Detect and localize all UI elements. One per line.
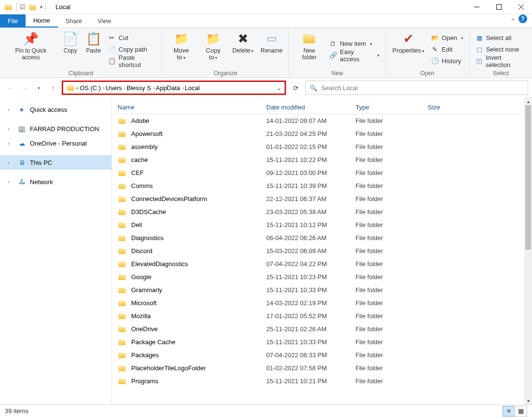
history-button[interactable]: 🕑History: [431, 56, 464, 67]
refresh-button[interactable]: ⟳: [289, 81, 302, 94]
search-input[interactable]: [321, 84, 524, 92]
recent-locations-button[interactable]: ▾: [33, 82, 44, 94]
sidebar-item[interactable]: ›🖥This PC: [0, 155, 111, 170]
chevron-right-icon[interactable]: ›: [182, 85, 184, 91]
list-item[interactable]: Discord15-03-2022 06:09 AMFile folder: [112, 244, 532, 257]
tab-share[interactable]: Share: [58, 14, 90, 27]
expand-icon[interactable]: ›: [8, 140, 14, 146]
scroll-down-icon[interactable]: ▾: [524, 397, 532, 404]
chevron-right-icon[interactable]: ›: [124, 85, 126, 91]
qat-folder-icon[interactable]: [28, 3, 37, 12]
expand-icon[interactable]: ›: [8, 107, 14, 112]
minimize-button[interactable]: [465, 0, 488, 14]
list-item[interactable]: OneDrive25-11-2021 02:26 AMFile folder: [112, 323, 532, 336]
list-item[interactable]: Apowersoft21-03-2022 04:25 PMFile folder: [112, 127, 532, 140]
list-item[interactable]: Comms15-11-2021 10:39 PMFile folder: [112, 179, 532, 192]
sidebar-item[interactable]: ›🏢FARRAD PRODUCTION: [0, 121, 111, 136]
properties-button[interactable]: ✔Properties▾: [389, 30, 428, 69]
list-item[interactable]: Diagnostics06-04-2022 06:26 AMFile folde…: [112, 231, 532, 244]
column-type[interactable]: Type: [355, 104, 428, 111]
new-item-button[interactable]: 🗋New item▾: [329, 39, 380, 49]
cut-button[interactable]: ✂Cut: [108, 33, 156, 43]
list-item[interactable]: Grammarly15-11-2021 10:33 PMFile folder: [112, 283, 532, 296]
tab-home[interactable]: Home: [26, 14, 58, 27]
list-item[interactable]: Dell15-11-2021 10:12 PMFile folder: [112, 218, 532, 231]
breadcrumb-segment[interactable]: Users›: [106, 84, 126, 92]
details-view-button[interactable]: ≡: [503, 406, 515, 417]
sidebar-item[interactable]: ›★Quick access: [0, 102, 111, 117]
new-folder-button[interactable]: New folder: [292, 30, 327, 69]
folder-icon: [118, 338, 126, 347]
ribbon-tabs: File Home Share View ⌃ ?: [0, 14, 532, 28]
column-name[interactable]: Name: [112, 104, 266, 111]
list-item[interactable]: Packages07-04-2022 06:33 PMFile folder: [112, 349, 532, 362]
collapse-ribbon-icon[interactable]: ⌃: [510, 14, 518, 27]
list-item[interactable]: CEF09-12-2021 03:00 PMFile folder: [112, 166, 532, 179]
breadcrumb-segment[interactable]: OS (C:)›: [80, 84, 105, 92]
back-button[interactable]: ←: [4, 82, 15, 94]
chevron-right-icon[interactable]: ›: [103, 85, 105, 91]
list-item[interactable]: assembly01-01-2022 02:15 PMFile folder: [112, 140, 532, 153]
scroll-up-icon[interactable]: ▴: [524, 97, 532, 105]
file-list[interactable]: Adobe14-01-2022 09:07 AMFile folderApowe…: [112, 114, 532, 404]
column-size[interactable]: Size: [428, 104, 532, 111]
list-item[interactable]: Microsoft14-03-2022 02:19 PMFile folder: [112, 296, 532, 309]
icons-view-button[interactable]: ▦: [515, 406, 527, 417]
rename-button[interactable]: ▭Rename: [257, 30, 286, 69]
delete-button[interactable]: ✖Delete▾: [229, 30, 258, 69]
chevron-left-icon[interactable]: «: [76, 85, 79, 91]
easy-access-button[interactable]: 🔗Easy access▾: [329, 50, 380, 61]
close-button[interactable]: [510, 0, 532, 14]
breadcrumb-segment[interactable]: AppData›: [156, 84, 184, 92]
qat-check-icon[interactable]: ☑: [20, 3, 26, 11]
edit-button[interactable]: ✎Edit: [431, 44, 464, 55]
column-date[interactable]: Date modified: [266, 104, 355, 111]
qat-dropdown-icon[interactable]: ▾: [40, 4, 42, 10]
address-dropdown-icon[interactable]: ⌄: [276, 84, 282, 92]
expand-icon[interactable]: ›: [8, 160, 14, 165]
invert-selection-button[interactable]: ◫Invert selection: [476, 56, 526, 67]
help-icon[interactable]: ?: [518, 14, 527, 23]
maximize-button[interactable]: [488, 0, 510, 14]
breadcrumb-segment[interactable]: Blessy S›: [126, 84, 154, 92]
select-none-button[interactable]: ▢Select none: [476, 44, 526, 55]
ribbon-group-label: New: [292, 69, 382, 77]
expand-icon[interactable]: ›: [8, 179, 14, 185]
easy-access-icon: 🔗: [329, 52, 337, 59]
breadcrumb-segment[interactable]: Local: [185, 84, 200, 92]
delete-icon: ✖: [235, 31, 251, 46]
list-item[interactable]: ConnectedDevicesPlatform22-12-2021 06:37…: [112, 192, 532, 205]
scroll-thumb[interactable]: [525, 105, 531, 250]
ribbon-group-label: Clipboard: [3, 69, 159, 77]
list-item[interactable]: ElevatedDiagnostics07-04-2022 04:22 PMFi…: [112, 257, 532, 270]
search-box[interactable]: 🔍: [305, 81, 528, 95]
list-item[interactable]: Package Cache15-11-2021 10:33 PMFile fol…: [112, 336, 532, 349]
list-item[interactable]: Google15-11-2021 10:23 PMFile folder: [112, 270, 532, 283]
copy-path-button[interactable]: 📄Copy path: [108, 44, 156, 55]
open-button[interactable]: 📂Open▾: [431, 33, 464, 43]
list-item[interactable]: PlaceholderTileLogoFolder01-02-2022 07:5…: [112, 362, 532, 375]
up-button[interactable]: ↑: [47, 82, 59, 94]
expand-icon[interactable]: ›: [8, 126, 14, 132]
list-item[interactable]: D3DSCache23-03-2022 05:38 AMFile folder: [112, 205, 532, 218]
copy-to-button[interactable]: 📁Copy to▾: [197, 30, 229, 69]
address-bar[interactable]: « OS (C:)› Users› Blessy S› AppData› Loc…: [62, 81, 286, 95]
paste-button[interactable]: 📋 Paste: [82, 30, 105, 69]
list-item[interactable]: Programs15-11-2021 10:21 PMFile folder: [112, 375, 532, 388]
list-item[interactable]: Mozilla17-01-2022 05:52 PMFile folder: [112, 309, 532, 323]
pin-to-quick-access-button[interactable]: 📌 Pin to Quick access: [3, 30, 59, 69]
sidebar-item[interactable]: ›☁OneDrive - Personal: [0, 136, 111, 150]
paste-shortcut-button[interactable]: 📋Paste shortcut: [108, 56, 156, 67]
sidebar-item[interactable]: ›🖧Network: [0, 175, 111, 189]
move-to-button[interactable]: 📁Move to▾: [165, 30, 197, 69]
list-item[interactable]: cache15-11-2021 10:22 PMFile folder: [112, 153, 532, 166]
scrollbar[interactable]: ▴ ▾: [524, 97, 532, 404]
chevron-right-icon[interactable]: ›: [153, 85, 155, 91]
copy-button[interactable]: 📄 Copy: [59, 30, 82, 69]
tab-view[interactable]: View: [90, 14, 119, 27]
forward-button[interactable]: →: [18, 82, 30, 94]
folder-icon: [118, 273, 126, 282]
list-item[interactable]: Adobe14-01-2022 09:07 AMFile folder: [112, 114, 532, 127]
select-all-button[interactable]: ▦Select all: [476, 33, 526, 43]
tab-file[interactable]: File: [0, 14, 26, 27]
